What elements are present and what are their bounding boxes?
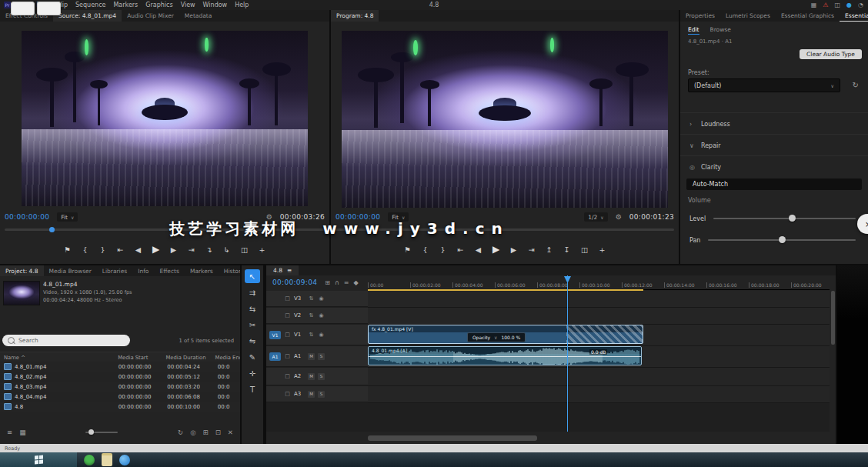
play-button[interactable]: ▶ (151, 244, 162, 255)
program-tab-program-4-8[interactable]: Program: 4.8 (331, 10, 379, 22)
step-back-button[interactable]: ◀ (133, 245, 144, 254)
section-clarity[interactable]: ◎Clarity (680, 155, 868, 178)
sync-lock-icon[interactable]: ⇅ (308, 312, 315, 319)
lock-icon[interactable]: □ (284, 373, 291, 379)
button-editor-button[interactable]: + (597, 245, 608, 254)
mark-in-button[interactable]: { (420, 245, 431, 254)
overlay-chip[interactable] (11, 2, 35, 15)
solo-toggle[interactable]: S (318, 391, 325, 398)
section-loudness[interactable]: ›Loudness (680, 112, 868, 135)
overwrite-button[interactable]: ↳ (222, 245, 232, 254)
play-button[interactable]: ▶ (491, 244, 502, 255)
snap-icon[interactable]: ∩ (335, 279, 339, 286)
mark-out-button[interactable]: } (98, 245, 108, 254)
menu-item-window[interactable]: Window (199, 2, 232, 8)
project-tab-effects[interactable]: Effects (154, 265, 185, 276)
table-row[interactable]: 4.8_02.mp400:00:00:0000:00:05:1200:0 (0, 372, 240, 382)
track-lane-a2[interactable] (368, 368, 830, 386)
track-header-v1[interactable]: V1□V1⇅◉ (266, 325, 368, 345)
clip-thumbnail[interactable] (3, 281, 40, 305)
add-marker-button[interactable]: ⚑ (402, 245, 413, 254)
auto-match-row[interactable]: Auto-Match (686, 178, 862, 190)
export-frame-button[interactable]: ◫ (579, 245, 590, 254)
props-tab-properties[interactable]: Properties (680, 10, 720, 22)
track-visibility-icon[interactable]: ◉ (318, 332, 325, 338)
lift-button[interactable]: ↥ (544, 245, 555, 254)
source-tab-metadata[interactable]: Metadata (179, 10, 218, 22)
menu-item-sequence[interactable]: Sequence (72, 2, 109, 8)
lock-icon[interactable]: □ (284, 353, 291, 359)
track-header-a2[interactable]: □A2MS (266, 368, 368, 385)
workspace-icon[interactable]: ▦ (811, 2, 817, 8)
mark-out-button[interactable]: } (438, 245, 449, 254)
source-patch-v2[interactable] (269, 312, 281, 320)
sequence-tab[interactable]: 4.8 ≡ (266, 265, 299, 275)
start-button[interactable] (0, 452, 77, 467)
playhead-line[interactable] (567, 275, 568, 432)
export-frame-button[interactable]: ◫ (239, 245, 250, 254)
slider-track-level[interactable] (713, 218, 856, 219)
menu-item-help[interactable]: Help (231, 2, 252, 8)
project-tab-libraries[interactable]: Libraries (97, 265, 132, 276)
go-to-out-button[interactable]: ⇥ (186, 245, 197, 254)
source-patch-a1[interactable]: A1 (269, 352, 281, 361)
type-tool[interactable]: T (245, 382, 260, 396)
column-header-media-duration[interactable]: Media Duration (162, 355, 211, 361)
list-view-icon[interactable]: ≡ (7, 429, 12, 436)
source-patch-v3[interactable] (269, 295, 281, 303)
table-row[interactable]: 4.800:00:00:0000:00:10:0000:0 (0, 402, 240, 412)
source-tab-source-4-8-01-mp4[interactable]: Source: 4.8_01.mp4 (53, 10, 122, 22)
linked-selection-icon[interactable]: ≡ (344, 279, 349, 286)
file-explorer-icon[interactable] (102, 453, 112, 466)
source-patch-a2[interactable] (269, 372, 281, 381)
track-header-v2[interactable]: □V2⇅◉ (266, 308, 368, 324)
step-forward-button[interactable]: ▶ (169, 245, 179, 254)
track-visibility-icon[interactable]: ◉ (318, 295, 325, 302)
table-row[interactable]: 4.8_01.mp400:00:00:0000:00:04:2400:0 (0, 362, 240, 372)
clip-effect-badge[interactable]: Opacity∨100.0 % (467, 332, 526, 342)
slider-track-pan[interactable] (708, 239, 856, 241)
props-tab-essential-graphics[interactable]: Essential Graphics (776, 10, 840, 22)
lock-icon[interactable]: □ (284, 295, 291, 302)
project-tab-media-browser[interactable]: Media Browser (44, 265, 97, 276)
add-marker-button[interactable]: ⚑ (62, 245, 73, 254)
menu-item-markers[interactable]: Markers (109, 2, 142, 8)
video-clip[interactable]: fx 4.8_01.mp4 [V]Opacity∨100.0 % (368, 325, 643, 344)
razor-tool[interactable]: ✂ (245, 318, 260, 332)
track-lane-a1[interactable]: 4.8_01.mp4 [A]0.0 dB (368, 346, 830, 368)
clear-audio-type-button[interactable]: Clear Audio Type (800, 49, 862, 59)
selection-tool[interactable]: ↖ (245, 269, 260, 283)
props-tab-lumetri-scopes[interactable]: Lumetri Scopes (720, 10, 776, 22)
project-tab-project-4-8[interactable]: Project: 4.8 (0, 265, 44, 276)
mute-toggle[interactable]: M (308, 373, 315, 380)
clear-icon[interactable]: ✕ (228, 429, 233, 436)
column-header-media-start[interactable]: Media Start (114, 355, 162, 361)
track-select-tool[interactable]: ⇉ (245, 285, 260, 299)
solo-toggle[interactable]: S (318, 373, 325, 380)
track-lane-v1[interactable]: fx 4.8_01.mp4 [V]Opacity∨100.0 % (368, 325, 830, 346)
extract-button[interactable]: ↧ (562, 245, 573, 254)
project-search-input[interactable]: Search (2, 335, 130, 346)
slip-tool[interactable]: ⇋ (245, 334, 260, 348)
lock-icon[interactable]: □ (284, 391, 291, 397)
program-video-viewport[interactable] (342, 31, 668, 208)
reset-icon[interactable]: ↻ (853, 81, 859, 89)
project-tab-history[interactable]: History (219, 265, 240, 276)
pen-tool[interactable]: ✎ (245, 350, 260, 364)
source-patch-a3[interactable] (269, 390, 281, 399)
go-to-in-button[interactable]: ⇤ (115, 245, 126, 254)
lock-icon[interactable]: □ (284, 332, 291, 338)
props-subtab-edit[interactable]: Edit (688, 26, 699, 35)
volume-rubber-band[interactable] (369, 356, 641, 357)
browser-icon[interactable] (119, 455, 130, 465)
hand-tool[interactable]: ✛ (245, 366, 260, 380)
thumbnail-zoom-slider[interactable] (85, 432, 118, 433)
source-patch-v1[interactable]: V1 (269, 331, 281, 339)
insert-button[interactable]: ↴ (204, 245, 215, 254)
green-app-icon[interactable] (84, 455, 95, 465)
timeline-ruler[interactable]: 00:0000:00:02:0000:00:04:0000:00:06:0000… (368, 275, 830, 290)
horizontal-scrollbar[interactable] (368, 435, 537, 441)
section-repair[interactable]: ∨Repair (680, 134, 868, 156)
zoom-knob[interactable] (88, 429, 94, 435)
track-header-a1[interactable]: A1□A1MS (266, 346, 368, 367)
